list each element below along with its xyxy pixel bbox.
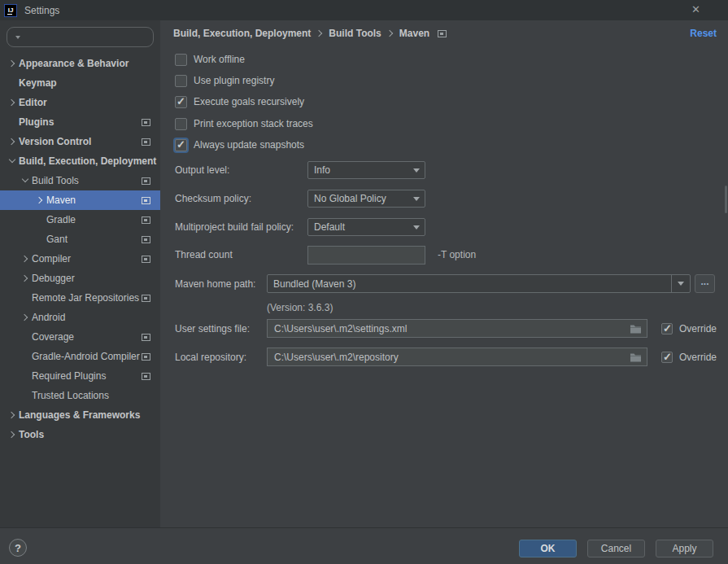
thread-count-input[interactable]: [308, 247, 447, 264]
chevron-right-icon[interactable]: [7, 136, 18, 147]
settings-dialog: IJ Settings ✕ Appearance & Behavior Keym…: [0, 0, 728, 564]
sidebar-item-gradle[interactable]: Gradle: [0, 210, 160, 230]
chevron-right-icon[interactable]: [7, 409, 18, 421]
sidebar-item-android[interactable]: Android: [0, 308, 160, 327]
chevron-right-icon[interactable]: [20, 312, 31, 323]
option-always-update-snapshots[interactable]: ✓ Always update snapshots: [175, 136, 304, 154]
sidebar-item-plugins[interactable]: Plugins: [0, 112, 160, 132]
multiproject-fail-policy-select[interactable]: Default: [307, 218, 425, 236]
scrollbar-thumb[interactable]: [725, 186, 727, 213]
breadcrumb-segment-maven: Maven: [399, 28, 429, 39]
ok-button[interactable]: OK: [519, 540, 577, 557]
sidebar-item-languages-frameworks[interactable]: Languages & Frameworks: [0, 405, 160, 425]
chevron-right-icon: [385, 28, 396, 39]
settings-box-icon: [142, 353, 150, 361]
settings-sidebar: Appearance & Behavior Keymap Editor Plug…: [0, 20, 160, 527]
chevron-down-icon[interactable]: [671, 275, 690, 292]
chevron-down-icon[interactable]: [7, 155, 18, 167]
settings-box-icon: [142, 216, 150, 224]
override-user-settings-checkbox[interactable]: ✓: [661, 323, 673, 334]
sidebar-item-trusted-locations[interactable]: Trusted Locations: [0, 386, 160, 405]
browse-button[interactable]: ...: [695, 274, 715, 293]
chevron-down-icon[interactable]: [20, 175, 31, 186]
user-settings-file-input[interactable]: [268, 320, 647, 337]
sidebar-item-tools[interactable]: Tools: [0, 425, 160, 444]
chevron-down-icon[interactable]: [408, 162, 425, 178]
sidebar-item-appearance-behavior[interactable]: Appearance & Behavior: [0, 54, 160, 73]
always-update-snapshots-checkbox[interactable]: ✓: [175, 139, 187, 151]
override-local-repository[interactable]: ✓ Override: [661, 352, 717, 363]
sidebar-item-keymap[interactable]: Keymap: [0, 73, 160, 93]
sidebar-item-debugger[interactable]: Debugger: [0, 269, 160, 288]
output-level-label: Output level:: [175, 164, 307, 176]
chevron-down-icon[interactable]: [408, 190, 425, 207]
option-print-exception-stack-traces[interactable]: ✓ Print exception stack traces: [175, 115, 313, 133]
settings-search-box[interactable]: [7, 27, 154, 47]
sidebar-item-gradle-android-compiler[interactable]: Gradle-Android Compiler: [0, 347, 160, 366]
help-button[interactable]: ?: [9, 539, 27, 557]
sidebar-item-maven[interactable]: Maven: [0, 190, 160, 210]
folder-icon[interactable]: [630, 324, 642, 334]
option-work-offline[interactable]: ✓ Work offline: [175, 50, 245, 68]
settings-box-icon: [142, 119, 150, 126]
settings-box-icon: [142, 334, 150, 341]
maven-home-select[interactable]: Bundled (Maven 3): [267, 274, 691, 293]
chevron-right-icon[interactable]: [34, 195, 46, 206]
sidebar-item-gant[interactable]: Gant: [0, 230, 160, 249]
sidebar-item-editor[interactable]: Editor: [0, 93, 160, 112]
maven-home-label: Maven home path:: [175, 278, 267, 290]
chevron-right-icon[interactable]: [7, 58, 18, 69]
settings-box-icon: [142, 236, 150, 243]
use-plugin-registry-checkbox[interactable]: ✓: [175, 75, 187, 87]
apply-button[interactable]: Apply: [656, 540, 713, 557]
option-use-plugin-registry[interactable]: ✓ Use plugin registry: [175, 72, 274, 90]
breadcrumb-segment-build-execution-deployment[interactable]: Build, Execution, Deployment: [173, 28, 311, 39]
settings-search-input[interactable]: [20, 32, 156, 43]
maven-version-note: (Version: 3.6.3): [267, 302, 333, 313]
cancel-button[interactable]: Cancel: [587, 540, 645, 557]
maven-settings-panel: Build, Execution, Deployment Build Tools…: [160, 20, 728, 527]
settings-box-icon: [142, 373, 150, 380]
sidebar-item-compiler[interactable]: Compiler: [0, 249, 160, 269]
work-offline-checkbox[interactable]: ✓: [175, 54, 187, 66]
local-repository-label: Local repository:: [175, 352, 267, 363]
checksum-policy-label: Checksum policy:: [175, 193, 307, 204]
breadcrumb: Build, Execution, Deployment Build Tools…: [173, 24, 717, 42]
close-icon[interactable]: ✕: [691, 3, 700, 15]
sidebar-item-version-control[interactable]: Version Control: [0, 132, 160, 151]
window-title: Settings: [24, 5, 59, 16]
breadcrumb-segment-build-tools[interactable]: Build Tools: [329, 28, 381, 39]
local-repository-input[interactable]: [268, 348, 647, 365]
user-settings-file-label: User settings file:: [175, 323, 267, 334]
sidebar-item-remote-jar-repositories[interactable]: Remote Jar Repositories: [0, 288, 160, 308]
checksum-policy-select[interactable]: No Global Policy: [307, 190, 425, 208]
settings-box-icon: [142, 197, 150, 204]
output-level-select[interactable]: Info: [307, 161, 425, 179]
folder-icon[interactable]: [630, 352, 642, 362]
chevron-right-icon[interactable]: [20, 273, 31, 284]
reset-link[interactable]: Reset: [690, 28, 717, 39]
sidebar-item-required-plugins[interactable]: Required Plugins: [0, 366, 160, 386]
sidebar-item-build-tools[interactable]: Build Tools: [0, 171, 160, 190]
option-execute-goals-recursively[interactable]: ✓ Execute goals recursively: [175, 93, 304, 111]
dialog-footer: ? OK Cancel Apply: [0, 527, 728, 564]
settings-box-icon: [142, 295, 150, 302]
settings-box-icon: [142, 177, 150, 185]
multiproject-fail-policy-label: Multiproject build fail policy:: [175, 221, 307, 233]
sidebar-item-coverage[interactable]: Coverage: [0, 327, 160, 347]
chevron-right-icon[interactable]: [20, 253, 31, 265]
thread-count-label: Thread count: [175, 249, 307, 260]
print-exception-stack-traces-checkbox[interactable]: ✓: [175, 118, 187, 130]
window-titlebar: IJ Settings ✕: [0, 0, 728, 20]
override-local-repository-checkbox[interactable]: ✓: [661, 352, 673, 363]
execute-goals-recursively-checkbox[interactable]: ✓: [175, 96, 187, 108]
chevron-down-icon[interactable]: [408, 219, 425, 235]
settings-box-icon: [142, 138, 150, 146]
settings-tree: Appearance & Behavior Keymap Editor Plug…: [0, 54, 160, 444]
intellij-logo-icon: IJ: [4, 4, 17, 17]
settings-box-icon: [142, 256, 150, 263]
override-user-settings[interactable]: ✓ Override: [661, 323, 717, 334]
chevron-right-icon[interactable]: [7, 97, 18, 108]
sidebar-item-build-execution-deployment[interactable]: Build, Execution, Deployment: [0, 151, 160, 171]
chevron-right-icon[interactable]: [7, 429, 18, 440]
